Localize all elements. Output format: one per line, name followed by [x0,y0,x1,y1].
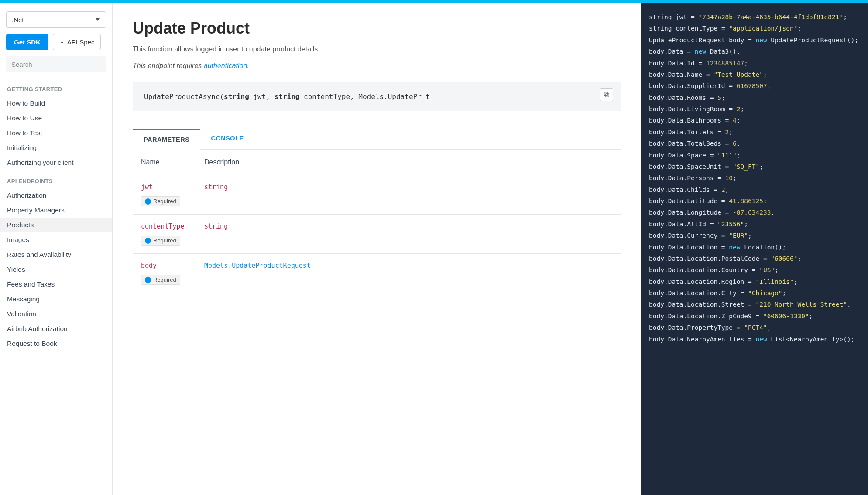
param-name-cell: body!Required [141,262,204,285]
code-line: body.Data.Currency = "EUR"; [649,230,868,241]
code-line: body.Data.Location.Region = "Illinois"; [649,276,868,287]
code-line: body.Data.Name = "Test Update"; [649,69,868,80]
code-line: body.Data.Location.City = "Chicago"; [649,287,868,299]
code-line: body.Data.NearbyAmenities = new List<Nea… [649,334,868,345]
tab-console[interactable]: CONSOLE [200,129,254,149]
sidebar-item[interactable]: Products [0,218,112,232]
sidebar-item[interactable]: Rates and Availability [0,247,112,262]
sidebar-item[interactable]: Images [0,232,112,247]
sidebar-item[interactable]: Authorizing your client [0,155,112,170]
main-content: Update Product This function allows logg… [113,3,641,495]
param-type: string [204,222,228,230]
sidebar-item[interactable]: Initializing [0,140,112,155]
app-layout: .Net Get SDK API Spec GETTING STARTED Ho… [0,3,868,495]
code-line: body.Data.SpaceUnit = "SQ_FT"; [649,161,868,172]
param-name: contentType [141,222,204,230]
required-label: Required [153,198,176,205]
sidebar-item[interactable]: Yields [0,262,112,277]
table-row: contentType!Requiredstring [133,215,621,254]
copy-button[interactable] [600,88,613,101]
get-sdk-button[interactable]: Get SDK [6,34,48,50]
info-icon: ! [145,198,151,205]
api-endpoints-list: AuthorizationProperty ManagersProductsIm… [0,188,112,351]
required-badge: !Required [141,236,180,246]
signature-text: UpdateProductAsync(string jwt, string co… [144,92,430,101]
sidebar-item[interactable]: Request to Book [0,336,112,351]
code-line: body.Data = new Data3(); [649,46,868,57]
code-line: body.Data.Location.ZipCode9 = "60606-133… [649,311,868,322]
param-name-cell: jwt!Required [141,183,204,206]
code-line: body.Data.Persons = 10; [649,172,868,184]
code-line: body.Data.Rooms = 5; [649,92,868,103]
param-name: body [141,262,204,270]
code-line: body.Data.SupplierId = 61678507; [649,80,868,92]
code-line: body.Data.Location.Street = "210 North W… [649,299,868,310]
params-header: Name Description [133,150,621,175]
auth-link[interactable]: authentication [204,62,247,69]
table-row: body!RequiredModels.UpdateProductRequest [133,254,621,293]
sidebar: .Net Get SDK API Spec GETTING STARTED Ho… [0,3,113,495]
auth-note-prefix: This endpoint requires [133,62,204,69]
code-line: body.Data.Location = new Location(); [649,242,868,253]
signature-box: UpdateProductAsync(string jwt, string co… [133,82,621,111]
download-icon [59,40,65,45]
code-panel[interactable]: string jwt = "7347a28b-7a4a-4635-b644-4f… [641,3,868,495]
param-name: jwt [141,183,204,191]
code-line: string contentType = "application/json"; [649,23,868,34]
code-line: body.Data.Toilets = 2; [649,126,868,138]
sidebar-item[interactable]: Validation [0,307,112,321]
code-line: body.Data.Longitude = -87.634233; [649,207,868,218]
code-line: body.Data.Location.Country = "US"; [649,264,868,276]
code-line: UpdateProductRequest body = new UpdatePr… [649,34,868,46]
sdk-select-wrap: .Net [6,11,106,28]
sidebar-controls: .Net Get SDK API Spec [0,11,112,78]
info-icon: ! [145,277,151,283]
code-line: string jwt = "7347a28b-7a4a-4635-b644-4f… [649,11,868,23]
code-line: body.Data.Bathrooms = 4; [649,115,868,126]
code-line: body.Data.Space = "111"; [649,150,868,161]
table-row: jwt!Requiredstring [133,175,621,215]
required-badge: !Required [141,275,180,285]
sidebar-item[interactable]: Fees and Taxes [0,277,112,292]
copy-icon [603,91,610,98]
page-description: This function allows logged in user to u… [133,45,621,53]
code-line: body.Data.LivingRoom = 2; [649,103,868,115]
parameters-table: Name Description jwt!Requiredstringconte… [133,150,621,293]
code-line: body.Data.TotalBeds = 6; [649,138,868,149]
col-header-name: Name [141,158,204,166]
param-name-cell: contentType!Required [141,222,204,246]
col-header-description: Description [204,158,613,166]
code-line: body.Data.AltId = "23556"; [649,218,868,230]
sidebar-item[interactable]: How to Test [0,126,112,140]
api-spec-button[interactable]: API Spec [53,34,101,50]
param-type: string [204,183,228,191]
sdk-select[interactable]: .Net [6,11,106,28]
sidebar-item[interactable]: How to Build [0,96,112,111]
sidebar-item[interactable]: Airbnb Authorization [0,321,112,336]
required-label: Required [153,277,176,283]
sidebar-item[interactable]: Messaging [0,292,112,307]
param-type[interactable]: Models.UpdateProductRequest [204,262,311,270]
api-spec-label: API Spec [67,38,95,46]
required-label: Required [153,237,176,244]
auth-note: This endpoint requires authentication. [133,62,621,70]
code-line: body.Data.PropertyType = "PCT4"; [649,322,868,333]
sidebar-heading-api-endpoints: API ENDPOINTS [0,170,112,188]
sidebar-item[interactable]: Property Managers [0,203,112,218]
page-title: Update Product [133,19,621,38]
search-input[interactable] [6,56,106,72]
sidebar-button-row: Get SDK API Spec [6,34,106,50]
sidebar-item[interactable]: How to Use [0,111,112,126]
info-icon: ! [145,238,151,244]
auth-note-suffix: . [247,62,249,69]
tab-parameters[interactable]: PARAMETERS [133,129,200,150]
sidebar-heading-getting-started: GETTING STARTED [0,78,112,96]
getting-started-list: How to BuildHow to UseHow to TestInitial… [0,96,112,170]
params-body: jwt!RequiredstringcontentType!Requiredst… [133,175,621,293]
sidebar-item[interactable]: Authorization [0,188,112,203]
code-line: body.Data.Childs = 2; [649,184,868,195]
code-line: body.Data.Location.PostalCode = "60606"; [649,253,868,264]
tabs: PARAMETERS CONSOLE [133,129,621,150]
code-line: body.Data.Id = 1234885147; [649,58,868,69]
code-line: body.Data.Latitude = 41.886125; [649,195,868,207]
